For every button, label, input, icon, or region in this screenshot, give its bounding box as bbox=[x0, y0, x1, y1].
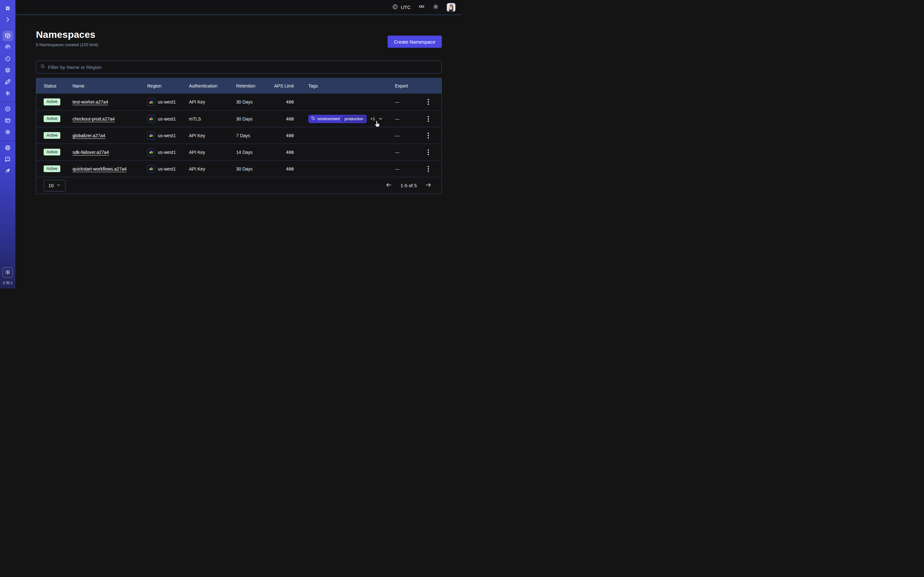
aps-limit-cell: 400 bbox=[272, 116, 294, 121]
export-value: — bbox=[395, 150, 399, 155]
main-content: Namespaces 5 Namespaces created (100 lim… bbox=[15, 15, 462, 288]
row-actions-kebab[interactable] bbox=[426, 148, 430, 156]
col-authentication: Authentication bbox=[189, 83, 236, 89]
tags-cell: environment production +1 bbox=[294, 115, 395, 123]
region-label: us-west1 bbox=[158, 133, 176, 138]
status-cell: Active bbox=[44, 132, 73, 139]
table-row: Active quickstart-workflows.a27a4 us-wes… bbox=[36, 160, 441, 177]
sidebar-item-workers[interactable] bbox=[3, 89, 13, 99]
sidebar: 2.35.1 bbox=[0, 0, 15, 288]
namespace-link[interactable]: sdk-failover.a27a4 bbox=[73, 150, 109, 155]
name-cell: sdk-failover.a27a4 bbox=[73, 150, 147, 155]
col-name: Name bbox=[73, 83, 147, 89]
page-size-select[interactable]: 10 bbox=[44, 180, 65, 191]
row-actions-kebab[interactable] bbox=[426, 165, 430, 173]
sidebar-item-schedules[interactable] bbox=[3, 54, 13, 64]
row-actions-kebab[interactable] bbox=[426, 115, 430, 123]
export-cell: — bbox=[395, 98, 434, 106]
table-row: Active checkout-prod.a27a4 us-west1 mTLS… bbox=[36, 110, 441, 127]
status-cell: Active bbox=[44, 98, 73, 105]
status-badge: Active bbox=[44, 98, 60, 105]
table-footer: 10 1-5 of 5 bbox=[36, 177, 441, 193]
region-label: us-west1 bbox=[158, 116, 176, 121]
status-badge: Active bbox=[44, 132, 60, 139]
export-cell: — bbox=[395, 165, 434, 173]
gcp-cloud-icon bbox=[147, 132, 155, 139]
aps-limit-cell: 400 bbox=[272, 99, 294, 105]
table-body: Active test-worker.a27a4 us-west1 API Ke… bbox=[36, 93, 441, 177]
sidebar-item-getting-started[interactable] bbox=[3, 166, 13, 176]
export-value: — bbox=[395, 116, 399, 121]
export-value: — bbox=[395, 99, 399, 105]
namespace-link[interactable]: test-worker.a27a4 bbox=[73, 99, 108, 105]
row-actions-kebab[interactable] bbox=[426, 98, 430, 106]
sidebar-item-namespaces[interactable] bbox=[3, 31, 13, 41]
col-aps-limit: APS Limit bbox=[272, 83, 294, 89]
app-version: 2.35.1 bbox=[3, 281, 13, 285]
region-cell: us-west1 bbox=[147, 132, 189, 139]
status-badge: Active bbox=[44, 165, 60, 172]
col-tags: Tags bbox=[294, 83, 395, 89]
sidebar-item-docs[interactable] bbox=[3, 155, 13, 165]
aps-limit-cell: 400 bbox=[272, 166, 294, 171]
status-badge: Active bbox=[44, 115, 60, 122]
sidebar-item-billing[interactable] bbox=[3, 116, 13, 126]
table-header: Status Name Region Authentication Retent… bbox=[36, 78, 441, 93]
credits-button[interactable] bbox=[3, 268, 13, 277]
gcp-cloud-icon bbox=[147, 98, 155, 106]
sidebar-item-settings[interactable] bbox=[3, 127, 13, 137]
sidebar-item-insights[interactable] bbox=[3, 42, 13, 53]
name-cell: checkout-prod.a27a4 bbox=[73, 116, 147, 121]
user-avatar[interactable] bbox=[447, 3, 456, 12]
search-icon bbox=[40, 64, 45, 70]
timezone-button[interactable]: UTC bbox=[392, 4, 411, 11]
glasses-icon bbox=[418, 3, 425, 11]
graph-icon bbox=[5, 79, 11, 86]
next-page-button[interactable] bbox=[425, 182, 431, 189]
sidebar-item-deployments[interactable] bbox=[3, 65, 13, 76]
tag-badge[interactable]: environment production bbox=[309, 115, 367, 123]
chevron-right-icon bbox=[5, 16, 11, 24]
region-cell: us-west1 bbox=[147, 98, 189, 106]
timezone-label: UTC bbox=[401, 5, 411, 10]
namespace-link[interactable]: globalizer.a27a4 bbox=[73, 133, 105, 138]
sidebar-divider bbox=[0, 102, 15, 102]
table-row: Active globalizer.a27a4 us-west1 API Key… bbox=[36, 127, 441, 143]
gcp-cloud-icon bbox=[147, 148, 155, 156]
sidebar-expand-button[interactable] bbox=[3, 15, 13, 25]
namespace-link[interactable]: quickstart-workflows.a27a4 bbox=[73, 166, 127, 171]
create-namespace-button[interactable]: Create Namespace bbox=[388, 35, 442, 48]
status-cell: Active bbox=[44, 165, 73, 172]
col-region: Region bbox=[147, 83, 189, 89]
auth-cell: API Key bbox=[189, 133, 236, 138]
arrow-right-icon bbox=[425, 182, 431, 189]
page-range-label: 1-5 of 5 bbox=[401, 183, 417, 188]
sun-icon bbox=[433, 3, 439, 11]
namespaces-table: Status Name Region Authentication Retent… bbox=[36, 78, 442, 194]
namespace-link[interactable]: checkout-prod.a27a4 bbox=[73, 116, 115, 121]
sidebar-item-nexus[interactable] bbox=[3, 77, 13, 87]
prev-page-button[interactable] bbox=[386, 182, 392, 189]
status-cell: Active bbox=[44, 115, 73, 122]
auth-cell: API Key bbox=[189, 99, 236, 105]
gcp-cloud-icon bbox=[147, 115, 155, 123]
lifebuoy-icon bbox=[5, 145, 11, 152]
tag-key: environment bbox=[318, 117, 340, 121]
topbar: UTC bbox=[15, 0, 462, 15]
row-actions-kebab[interactable] bbox=[426, 131, 430, 140]
accessibility-toggle[interactable] bbox=[418, 3, 425, 11]
retention-cell: 14 Days bbox=[236, 150, 272, 155]
page-size-value: 10 bbox=[48, 183, 54, 188]
dollar-badge-icon bbox=[5, 269, 11, 276]
export-value: — bbox=[395, 166, 399, 171]
temporal-logo-icon[interactable] bbox=[3, 3, 13, 13]
auth-cell: API Key bbox=[189, 150, 236, 155]
sidebar-item-support[interactable] bbox=[3, 143, 13, 153]
chevron-down-icon[interactable] bbox=[378, 116, 383, 121]
page-title: Namespaces bbox=[36, 29, 98, 40]
aps-limit-cell: 400 bbox=[272, 150, 294, 155]
filter-input[interactable] bbox=[48, 64, 438, 70]
sidebar-item-usage[interactable] bbox=[3, 104, 13, 114]
theme-toggle[interactable] bbox=[433, 3, 439, 11]
asterisk-icon bbox=[5, 90, 11, 97]
